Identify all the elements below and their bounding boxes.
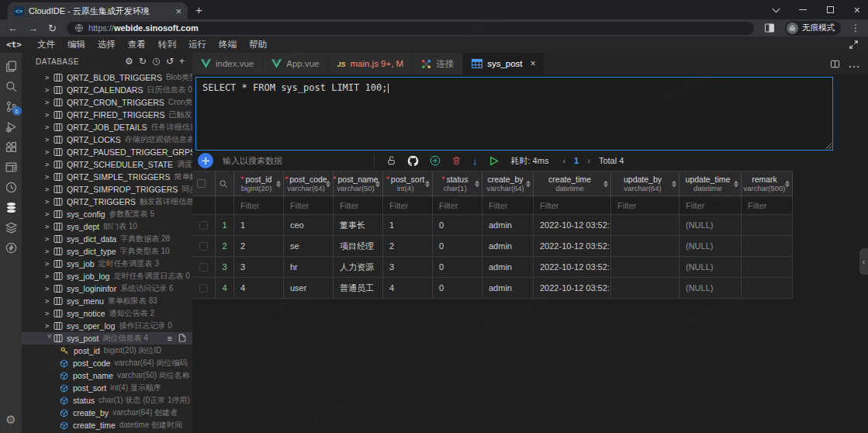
sort-icon[interactable]: [425, 180, 430, 187]
column-header-create_time[interactable]: create_timedatetime: [534, 171, 611, 196]
table-tree-item[interactable]: >sys_job定时任务调度表 3: [22, 258, 192, 270]
table-tree-item[interactable]: >QRTZ_CRON_TRIGGERSCron类型...: [22, 96, 192, 109]
table-tree-item[interactable]: >sys_dept部门表 10: [22, 220, 192, 233]
tab-connection[interactable]: 连接: [413, 53, 463, 74]
table-tree-item[interactable]: >QRTZ_CALENDARS日历信息表 0: [22, 84, 192, 96]
delete-icon[interactable]: [451, 155, 462, 166]
table-tree-item[interactable]: >QRTZ_SIMPROP_TRIGGERS同步机...: [22, 183, 192, 196]
data-cell[interactable]: admin: [482, 236, 534, 257]
menu-item-selection[interactable]: 选择: [92, 39, 122, 50]
data-cell[interactable]: admin: [482, 257, 534, 278]
tab-index-vue[interactable]: index.vue: [192, 53, 263, 74]
column-tree-item[interactable]: post_namevarchar(50) 岗位名称: [22, 369, 192, 382]
data-cell[interactable]: 0: [433, 278, 482, 299]
table-tree-item[interactable]: >QRTZ_LOCKS存储的悲观锁信息表 2: [22, 133, 192, 146]
split-editor-icon[interactable]: [830, 59, 840, 69]
github-icon[interactable]: [407, 155, 419, 167]
add-circle-icon[interactable]: [430, 155, 441, 166]
menu-item-terminal[interactable]: 终端: [213, 39, 243, 50]
data-cell[interactable]: 1: [383, 215, 433, 236]
table-tree-item[interactable]: >QRTZ_PAUSED_TRIGGER_GRPS暂...: [22, 146, 192, 158]
row-number[interactable]: 1: [216, 215, 234, 236]
column-tree-item[interactable]: create_timedatetime 创建时间: [22, 419, 192, 431]
source-control-icon[interactable]: 6: [5, 100, 18, 113]
sort-icon[interactable]: [276, 180, 281, 187]
grid-search-icon[interactable]: [219, 179, 228, 189]
row-checkbox[interactable]: [199, 284, 208, 293]
data-cell[interactable]: 4: [234, 278, 284, 299]
table-tree-item[interactable]: >QRTZ_FIRED_TRIGGERS已触发的触...: [22, 109, 192, 121]
column-tree-item[interactable]: post_idbigint(20) 岗位ID: [22, 345, 192, 357]
table-menu-icon[interactable]: ≡: [168, 334, 172, 343]
data-cell[interactable]: (NULL): [680, 257, 742, 278]
unlock-icon[interactable]: [386, 155, 396, 166]
tab-close-icon[interactable]: ×: [175, 6, 182, 16]
column-header-create_by[interactable]: create_byvarchar(64): [482, 171, 534, 196]
data-cell[interactable]: 0: [433, 236, 482, 257]
add-connection-icon[interactable]: +: [179, 57, 185, 66]
table-tree-item[interactable]: >QRTZ_JOB_DETAILS任务详细信息...: [22, 121, 192, 133]
data-cell[interactable]: 人力资源: [334, 257, 383, 278]
layers-icon[interactable]: [5, 221, 18, 234]
data-cell[interactable]: [742, 257, 793, 278]
column-header-post_code[interactable]: *post_codevarchar(64): [284, 171, 334, 196]
sort-icon[interactable]: [603, 180, 608, 187]
settings-gear-icon[interactable]: ⚙: [5, 413, 16, 427]
data-cell[interactable]: 1: [234, 215, 284, 236]
sort-icon[interactable]: [375, 180, 380, 187]
menu-item-run[interactable]: 运行: [182, 39, 213, 50]
window-maximize-button[interactable]: [827, 6, 834, 13]
table-tree-item[interactable]: >QRTZ_SCHEDULER_STATE调度器状...: [22, 158, 192, 171]
data-cell[interactable]: 4: [383, 278, 433, 299]
row-number[interactable]: 2: [216, 236, 234, 257]
sync-icon[interactable]: ↻: [139, 57, 147, 66]
data-cell[interactable]: 2022-10-12 03:52:12: [534, 278, 611, 299]
row-checkbox[interactable]: [199, 221, 208, 230]
sort-icon[interactable]: [526, 180, 531, 187]
data-cell[interactable]: 0: [433, 215, 482, 236]
lightning-icon[interactable]: [5, 241, 18, 255]
new-tab-button[interactable]: +: [195, 4, 202, 16]
row-checkbox[interactable]: [199, 242, 208, 251]
new-file-icon[interactable]: [178, 334, 186, 342]
panel-collapse-handle[interactable]: ‹: [859, 248, 868, 275]
filter-input[interactable]: Filter: [284, 196, 334, 215]
table-tree-item[interactable]: >sys_dict_data字典数据表 28: [22, 233, 192, 245]
export-down-icon[interactable]: ↓: [472, 155, 478, 167]
filter-input[interactable]: Filter: [433, 196, 482, 215]
sort-icon[interactable]: [672, 180, 676, 187]
files-icon[interactable]: [5, 60, 18, 73]
split-screen-icon[interactable]: [764, 23, 775, 33]
row-number[interactable]: 3: [216, 257, 234, 278]
table-tree-item[interactable]: >sys_menu菜单权限表 83: [22, 295, 192, 307]
column-header-status[interactable]: *statuschar(1): [433, 171, 482, 196]
table-tree-item[interactable]: >sys_job_log定时任务调度日志表 0: [22, 270, 192, 282]
next-page-button[interactable]: ›: [587, 156, 590, 165]
history-icon[interactable]: [152, 57, 161, 66]
column-header-remark[interactable]: remarkvarchar(500): [742, 171, 793, 196]
row-number[interactable]: 4: [216, 278, 234, 299]
menu-item-go[interactable]: 转到: [152, 39, 182, 50]
column-header-post_name[interactable]: *post_namevarchar(50): [334, 171, 383, 196]
table-tree-item[interactable]: >QRTZ_SIMPLE_TRIGGERS简单触发...: [22, 171, 192, 183]
column-tree-item[interactable]: post_sortint(4) 显示顺序: [22, 382, 192, 394]
db-settings-icon[interactable]: ⚙: [125, 57, 133, 66]
data-cell[interactable]: admin: [482, 278, 534, 299]
layout-icon[interactable]: [5, 161, 18, 174]
run-debug-icon[interactable]: [5, 120, 18, 133]
data-cell[interactable]: [742, 278, 793, 299]
data-cell[interactable]: hr: [284, 257, 334, 278]
filter-input[interactable]: Filter: [234, 196, 284, 215]
column-header-update_by[interactable]: update_byvarchar(64): [611, 171, 680, 196]
data-cell[interactable]: 2022-10-12 03:52:12: [534, 257, 611, 278]
column-header-post_sort[interactable]: *post_sortint(4): [383, 171, 433, 196]
fullscreen-icon[interactable]: [849, 40, 859, 50]
filter-input[interactable]: Filter: [611, 196, 680, 215]
table-tree-item[interactable]: >QRTZ_BLOB_TRIGGERSBlob类型的...: [22, 71, 192, 84]
refresh-icon[interactable]: ↺: [166, 57, 174, 66]
sort-icon[interactable]: [475, 180, 479, 187]
data-cell[interactable]: 2022-10-12 03:52:12: [534, 215, 611, 236]
tab-main-js[interactable]: JSmain.js 9+, M: [328, 53, 413, 74]
data-cell[interactable]: 0: [433, 257, 482, 278]
data-cell[interactable]: se: [284, 236, 334, 257]
